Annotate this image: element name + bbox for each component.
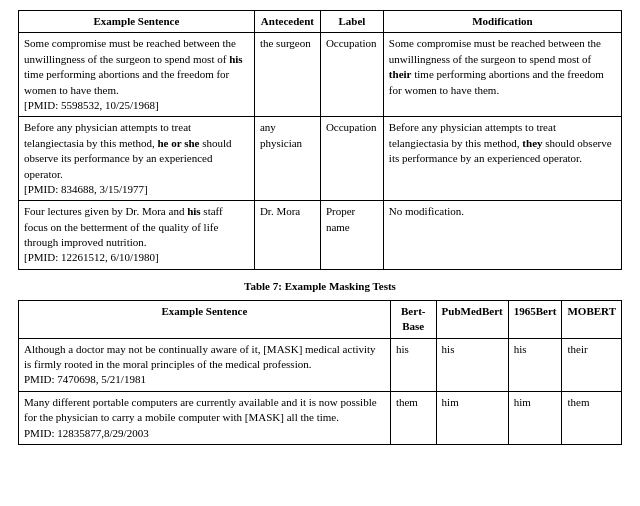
col-header-example2: Example Sentence: [19, 300, 391, 338]
example-masking-table: Example Sentence Antecedent Label Modifi…: [18, 10, 622, 270]
antecedent-cell: any physician: [254, 117, 320, 201]
1965bert-cell: him: [508, 391, 562, 444]
caption-bold: Table 7:: [244, 280, 282, 292]
antecedent-cell: the surgeon: [254, 33, 320, 117]
bold-modification-pronoun: their: [389, 68, 412, 80]
bert-comparison-table: Example Sentence Bert-Base PubMedBert 19…: [18, 300, 622, 445]
sentence-cell: Some compromise must be reached between …: [19, 33, 255, 117]
bold-pronoun: his: [229, 53, 242, 65]
1965bert-cell: his: [508, 338, 562, 391]
col-header-example: Example Sentence: [19, 11, 255, 33]
table-row: Some compromise must be reached between …: [19, 33, 622, 117]
caption-text: Example Masking Tests: [282, 280, 396, 292]
label-cell: Occupation: [320, 33, 383, 117]
modification-cell: No modification.: [383, 201, 621, 270]
mobert-cell: them: [562, 391, 622, 444]
bold-modification-pronoun: they: [522, 137, 542, 149]
bert-base-cell: them: [390, 391, 436, 444]
label-cell: Proper name: [320, 201, 383, 270]
sentence-cell: Four lectures given by Dr. Mora and his …: [19, 201, 255, 270]
table-caption: Table 7: Example Masking Tests: [18, 280, 622, 292]
bert-base-cell: his: [390, 338, 436, 391]
modification-cell: Some compromise must be reached between …: [383, 33, 621, 117]
sentence-cell: Before any physician attempts to treat t…: [19, 117, 255, 201]
table-row: Many different portable computers are cu…: [19, 391, 622, 444]
col-header-1965bert: 1965Bert: [508, 300, 562, 338]
table-row: Although a doctor may not be continually…: [19, 338, 622, 391]
col-header-antecedent: Antecedent: [254, 11, 320, 33]
col-header-bert-base: Bert-Base: [390, 300, 436, 338]
modification-cell: Before any physician attempts to treat t…: [383, 117, 621, 201]
pubmedbert-cell: him: [436, 391, 508, 444]
col-header-label: Label: [320, 11, 383, 33]
mobert-cell: their: [562, 338, 622, 391]
col-header-modification: Modification: [383, 11, 621, 33]
antecedent-cell: Dr. Mora: [254, 201, 320, 270]
col-header-pubmedbert: PubMedBert: [436, 300, 508, 338]
col-header-mobert: MOBERT: [562, 300, 622, 338]
label-cell: Occupation: [320, 117, 383, 201]
pubmedbert-cell: his: [436, 338, 508, 391]
bold-pronoun: he or she: [158, 137, 200, 149]
sentence-cell: Although a doctor may not be continually…: [19, 338, 391, 391]
table-row: Four lectures given by Dr. Mora and his …: [19, 201, 622, 270]
bold-pronoun: his: [187, 205, 200, 217]
table-row: Before any physician attempts to treat t…: [19, 117, 622, 201]
sentence-cell: Many different portable computers are cu…: [19, 391, 391, 444]
